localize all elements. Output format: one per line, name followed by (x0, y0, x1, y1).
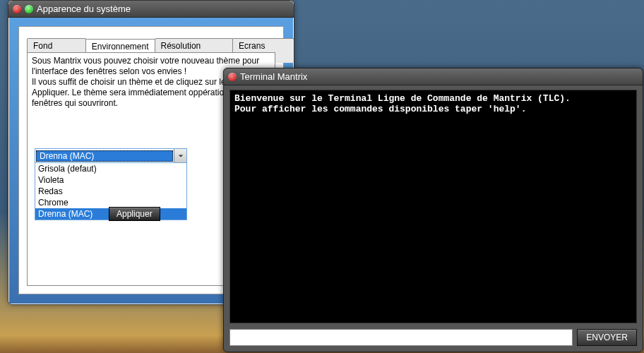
theme-option-grisola[interactable]: Grisola (defaut) (35, 163, 186, 174)
terminal-line-1: Bienvenue sur le Terminal Ligne de Comma… (234, 93, 571, 104)
send-button[interactable]: ENVOYER (577, 329, 637, 346)
theme-option-redas[interactable]: Redas (35, 186, 186, 197)
appearance-title: Apparence du système (37, 4, 131, 14)
apply-button[interactable]: Appliquer (109, 207, 160, 221)
terminal-window: Terminal Mantrix Bienvenue sur le Termin… (223, 68, 643, 352)
theme-combobox-value: Drenna (MAC) (36, 150, 173, 162)
minimize-icon[interactable] (25, 5, 33, 13)
terminal-input-row: ENVOYER (229, 329, 637, 346)
close-icon[interactable] (13, 5, 21, 13)
terminal-output[interactable]: Bienvenue sur le Terminal Ligne de Comma… (229, 90, 637, 323)
terminal-title: Terminal Mantrix (240, 71, 307, 82)
terminal-titlebar[interactable]: Terminal Mantrix (224, 68, 643, 85)
terminal-input[interactable] (229, 329, 573, 346)
terminal-line-2: Pour afficher les commandes disponibles … (234, 104, 526, 114)
chevron-down-icon[interactable] (174, 149, 186, 162)
appearance-titlebar[interactable]: Apparence du système (8, 1, 294, 18)
theme-combobox-selected[interactable]: Drenna (MAC) (35, 149, 186, 163)
close-icon[interactable] (228, 73, 237, 81)
theme-option-violeta[interactable]: Violeta (35, 174, 186, 186)
